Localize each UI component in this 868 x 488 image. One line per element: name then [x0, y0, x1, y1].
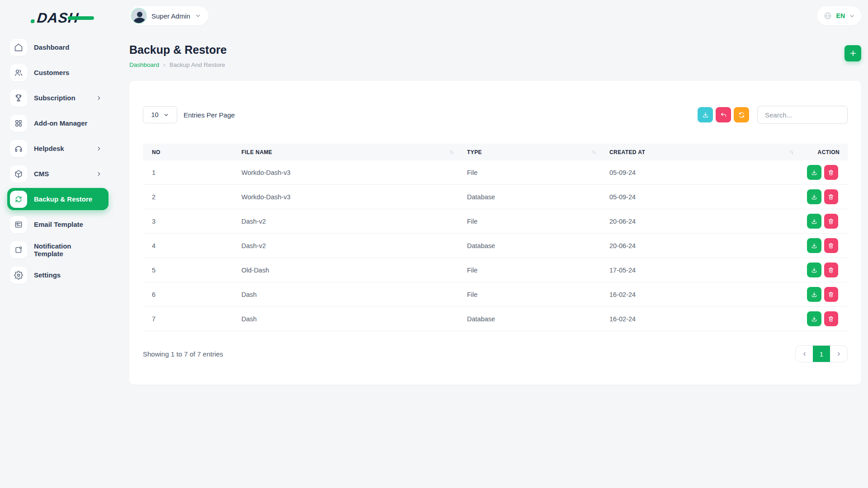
- column-header-action: ACTION: [798, 144, 848, 160]
- row-actions: [807, 282, 844, 306]
- sidebar-item-subscription[interactable]: Subscription: [7, 87, 108, 109]
- sidebar-item-settings[interactable]: Settings: [7, 264, 108, 286]
- cell-created-at: 05-09-24: [600, 185, 798, 209]
- add-backup-button[interactable]: [844, 45, 861, 61]
- column-header-created-at[interactable]: CREATED AT: [600, 144, 798, 160]
- sidebar: DASH Dashboard Customers: [0, 0, 116, 488]
- sidebar-item-notification-template[interactable]: Notification Template: [7, 239, 108, 261]
- sidebar-item-label: Notification Template: [34, 242, 102, 258]
- sidebar-nav: Dashboard Customers Subscription: [7, 36, 108, 289]
- cell-no: 7: [143, 307, 232, 331]
- cell-created-at: 16-02-24: [600, 307, 798, 331]
- pagination-page-1[interactable]: 1: [813, 346, 830, 362]
- chevron-right-icon: [96, 95, 102, 101]
- cell-type: File: [458, 258, 600, 282]
- delete-backup-button[interactable]: [824, 263, 839, 277]
- sidebar-item-addon-manager[interactable]: Add-on Manager: [7, 112, 108, 134]
- sidebar-item-label: Customers: [34, 69, 102, 76]
- download-backup-button[interactable]: [807, 287, 821, 302]
- cell-created-at: 20-06-24: [600, 234, 798, 258]
- sort-icon[interactable]: [789, 150, 794, 155]
- sort-icon[interactable]: [591, 150, 597, 155]
- brand-logo-text: DASH: [36, 10, 80, 26]
- delete-backup-button[interactable]: [824, 287, 839, 302]
- search-input[interactable]: [757, 106, 848, 124]
- home-icon: [10, 39, 27, 56]
- page-head: Backup & Restore Dashboard › Backup And …: [129, 43, 861, 68]
- table-row: 4 Dash-v2 Database 20-06-24: [143, 234, 848, 258]
- cell-no: 5: [143, 258, 232, 282]
- sidebar-item-customers[interactable]: Customers: [7, 61, 108, 84]
- sidebar-item-label: Dashboard: [34, 43, 102, 51]
- refresh-button[interactable]: [734, 107, 749, 122]
- delete-backup-button[interactable]: [824, 214, 839, 229]
- cell-file-name: Dash: [232, 307, 458, 331]
- topbar: Super Admin EN: [129, 0, 861, 32]
- table-row: 6 Dash File 16-02-24: [143, 282, 848, 307]
- brand-logo[interactable]: DASH: [7, 0, 108, 36]
- backups-table: NO FILE NAME TYPE CREATED AT: [143, 144, 848, 331]
- sidebar-item-helpdesk[interactable]: Helpdesk: [7, 137, 108, 160]
- cell-created-at: 20-06-24: [600, 209, 798, 234]
- page-head-left: Backup & Restore Dashboard › Backup And …: [129, 43, 226, 68]
- cell-no: 3: [143, 209, 232, 234]
- export-download-button[interactable]: [698, 107, 713, 122]
- cell-no: 1: [143, 160, 232, 185]
- breadcrumb-current: Backup And Restore: [170, 61, 225, 68]
- row-actions: [807, 185, 844, 209]
- table-footer: Showing 1 to 7 of 7 entries 1: [143, 345, 848, 362]
- users-icon: [10, 64, 27, 81]
- delete-backup-button[interactable]: [824, 165, 839, 180]
- logo-dot-accent: [31, 19, 35, 23]
- undo-button[interactable]: [716, 107, 731, 122]
- row-actions: [807, 258, 844, 282]
- sidebar-item-email-template[interactable]: Email Template: [7, 213, 108, 235]
- logo-dash-accent: [68, 16, 94, 20]
- delete-backup-button[interactable]: [824, 189, 839, 204]
- cell-no: 4: [143, 234, 232, 258]
- cell-created-at: 16-02-24: [600, 282, 798, 307]
- sidebar-item-backup-restore[interactable]: Backup & Restore: [7, 188, 108, 210]
- sidebar-item-dashboard[interactable]: Dashboard: [7, 36, 108, 58]
- cell-type: File: [458, 282, 600, 307]
- pagination: 1: [795, 345, 848, 362]
- entries-per-page-select[interactable]: 10: [143, 106, 177, 123]
- avatar: [131, 8, 147, 24]
- cell-type: File: [458, 209, 600, 234]
- package-icon: [10, 165, 27, 183]
- sidebar-item-label: Email Template: [34, 221, 102, 228]
- sidebar-item-label: CMS: [34, 170, 96, 178]
- breadcrumb: Dashboard › Backup And Restore: [129, 61, 226, 68]
- language-selector[interactable]: EN: [817, 6, 861, 25]
- download-backup-button[interactable]: [807, 263, 821, 277]
- breadcrumb-separator-icon: ›: [163, 61, 165, 68]
- sidebar-item-label: Helpdesk: [34, 145, 96, 152]
- grid-icon: [10, 115, 27, 132]
- table-row: 1 Workdo-Dash-v3 File 05-09-24: [143, 160, 848, 185]
- sidebar-item-cms[interactable]: CMS: [7, 163, 108, 185]
- pagination-prev-button[interactable]: [796, 346, 813, 362]
- app-layout: DASH Dashboard Customers: [0, 0, 868, 488]
- breadcrumb-dashboard-link[interactable]: Dashboard: [129, 61, 159, 68]
- download-backup-button[interactable]: [807, 238, 821, 253]
- table-toolbar: 10 Entries Per Page: [143, 106, 848, 124]
- profile-menu[interactable]: Super Admin: [129, 6, 208, 25]
- content-card: 10 Entries Per Page: [129, 81, 861, 385]
- column-header-no[interactable]: NO: [143, 144, 232, 160]
- column-header-type[interactable]: TYPE: [458, 144, 600, 160]
- sidebar-item-label: Settings: [34, 271, 102, 279]
- sort-icon[interactable]: [449, 150, 454, 155]
- download-backup-button[interactable]: [807, 165, 821, 180]
- delete-backup-button[interactable]: [824, 311, 839, 326]
- headphones-icon: [10, 140, 27, 157]
- table-row: 7 Dash Database 16-02-24: [143, 307, 848, 331]
- column-header-file-name[interactable]: FILE NAME: [232, 144, 458, 160]
- download-backup-button[interactable]: [807, 214, 821, 229]
- download-backup-button[interactable]: [807, 189, 821, 204]
- cell-file-name: Workdo-Dash-v3: [232, 185, 458, 209]
- pagination-next-button[interactable]: [830, 346, 847, 362]
- cell-file-name: Dash-v2: [232, 234, 458, 258]
- delete-backup-button[interactable]: [824, 238, 839, 253]
- notification-icon: [10, 241, 27, 258]
- download-backup-button[interactable]: [807, 311, 821, 326]
